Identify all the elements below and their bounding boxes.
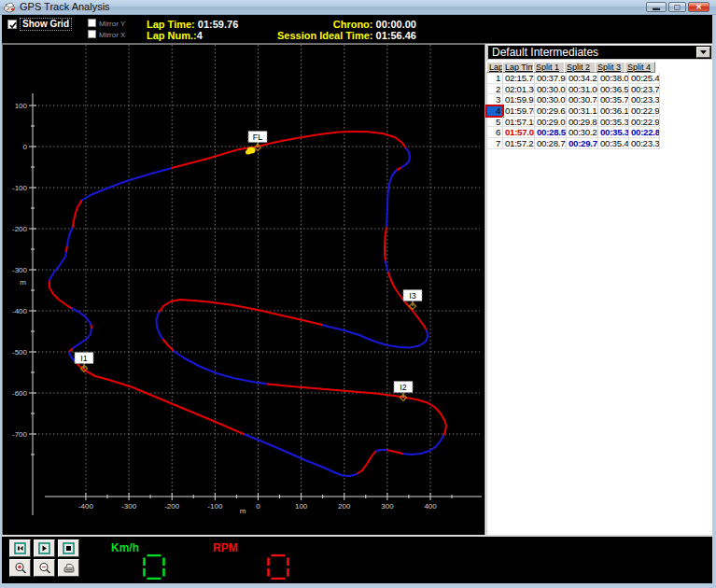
lap-3-split-3-cell[interactable]: 00:35.77 — [598, 94, 629, 105]
lap-5-split-1-cell[interactable]: 00:29.01 — [535, 117, 567, 128]
lap-number-cell[interactable]: 2 — [486, 84, 503, 95]
lap-number-cell[interactable]: 3 — [486, 94, 503, 105]
lap-6-split-4-cell[interactable]: 00:22.88 — [629, 127, 660, 138]
table-row[interactable]: 102:15.7300:37.9800:34.2200:38.0700:25.4… — [486, 73, 660, 84]
stop-button[interactable] — [58, 539, 79, 557]
column-header-lap[interactable]: Lap — [486, 62, 503, 73]
lap-4-split-2-cell[interactable]: 00:31.13 — [567, 105, 598, 117]
zoom-in-button[interactable] — [9, 559, 31, 577]
intermediates-dropdown-value: Default Intermediates — [492, 46, 598, 59]
mirror-x-label[interactable]: Mirror X — [99, 31, 125, 39]
svg-text:-300: -300 — [12, 266, 28, 274]
zoom-out-button[interactable] — [34, 559, 55, 577]
step-back-icon — [14, 542, 26, 554]
lap-number-cell[interactable]: 4 — [486, 105, 503, 117]
zoom-out-icon — [38, 562, 51, 575]
lap-number-cell[interactable]: 5 — [486, 117, 503, 128]
lap-5-split-4-cell[interactable]: 00:22.97 — [629, 117, 660, 128]
session-ideal-readout: Session Ideal Time: 01:56.46 — [277, 30, 416, 41]
window-title: GPS Track Analysis — [20, 1, 110, 12]
svg-text:-200: -200 — [164, 502, 180, 511]
lap-1-split-3-cell[interactable]: 00:38.07 — [598, 73, 629, 84]
lap-2-split-1-cell[interactable]: 00:30.02 — [535, 84, 567, 95]
lap-2-split-3-cell[interactable]: 00:36.55 — [598, 84, 629, 95]
dropdown-arrow-button[interactable] — [696, 47, 710, 58]
speed-unit-label: Km/h — [111, 541, 139, 554]
lap-2-split-2-cell[interactable]: 00:31.00 — [567, 84, 598, 95]
lap-5-split-3-cell[interactable]: 00:35.36 — [598, 117, 629, 128]
lap-5-split-2-cell[interactable]: 00:29.81 — [567, 117, 598, 128]
lap-6-split-1-cell[interactable]: 00:28.55 — [535, 127, 567, 138]
mirror-y-label[interactable]: Mirror Y — [99, 20, 125, 28]
svg-text:-300: -300 — [121, 502, 137, 511]
table-row[interactable]: 202:01.3000:30.0200:31.0000:36.5500:23.7… — [486, 84, 660, 95]
session-ideal-value: 01:56.46 — [376, 30, 416, 41]
chrono-readout: Chrono: 00:00.00 — [333, 19, 416, 30]
table-row[interactable]: 301:59.9300:30.0700:30.7400:35.7700:23.3… — [486, 94, 660, 105]
table-row[interactable]: 401:59.7600:29.6200:31.1300:36.1000:22.9… — [486, 105, 660, 117]
lap-1-split-2-cell[interactable]: 00:34.22 — [567, 73, 598, 84]
close-button[interactable]: ✕ — [688, 2, 709, 12]
lap-7-split-3-cell[interactable]: 00:35.44 — [598, 138, 629, 149]
lap-1-split-4-cell[interactable]: 00:25.46 — [629, 73, 660, 84]
lap-num-value: 4 — [197, 30, 203, 41]
svg-text:I1: I1 — [80, 354, 88, 363]
lap-3-split-2-cell[interactable]: 00:30.74 — [567, 94, 598, 105]
lap-4-split-4-cell[interactable]: 00:22.91 — [629, 105, 660, 117]
lap-3-lap-time-cell[interactable]: 01:59.93 — [503, 94, 535, 105]
show-grid-checkbox[interactable] — [7, 20, 17, 29]
lap-1-lap-time-cell[interactable]: 02:15.73 — [503, 73, 535, 84]
lap-3-split-1-cell[interactable]: 00:30.07 — [535, 94, 567, 105]
lap-number-cell[interactable]: 6 — [486, 127, 503, 138]
title-bar: GPS Track Analysis ▬ ▢ ✕ — [0, 0, 716, 15]
lap-7-lap-time-cell[interactable]: 01:57.21 — [503, 138, 535, 149]
column-header-split-2[interactable]: Split 2 — [564, 62, 596, 73]
lap-number-cell[interactable]: 1 — [486, 73, 503, 84]
mirror-y-checkbox[interactable] — [88, 19, 96, 27]
lap-time-label: Lap Time: — [147, 19, 195, 30]
play-button[interactable] — [34, 539, 55, 557]
lap-6-lap-time-cell[interactable]: 01:57.04 — [503, 127, 535, 138]
minimize-button[interactable]: ▬ — [646, 2, 667, 12]
toolbar: Show Grid Mirror Y Mirror X Lap Time: 01… — [2, 15, 714, 43]
play-icon — [38, 542, 50, 554]
lap-7-split-2-cell[interactable]: 00:29.70 — [567, 138, 598, 149]
session-ideal-label: Session Ideal Time: — [277, 30, 373, 41]
svg-text:m: m — [240, 507, 246, 515]
step-back-button[interactable] — [9, 539, 31, 557]
print-button[interactable] — [58, 559, 79, 577]
lap-2-lap-time-cell[interactable]: 02:01.30 — [503, 84, 535, 95]
app-icon — [4, 2, 16, 13]
lap-3-split-4-cell[interactable]: 00:23.35 — [629, 94, 660, 105]
lap-6-split-3-cell[interactable]: 00:35.33 — [598, 127, 629, 138]
svg-text:300: 300 — [381, 502, 394, 511]
track-plot-svg: 1000-100-200-300-400-500-600-700m-400-30… — [2, 44, 484, 535]
column-header-split-1[interactable]: Split 1 — [533, 62, 565, 73]
lap-1-split-1-cell[interactable]: 00:37.98 — [535, 73, 567, 84]
window-frame-left — [0, 15, 2, 588]
table-row[interactable]: 701:57.2100:28.7200:29.7000:35.4400:23.3… — [486, 138, 660, 149]
lap-7-split-1-cell[interactable]: 00:28.72 — [535, 138, 567, 149]
lap-5-lap-time-cell[interactable]: 01:57.15 — [503, 117, 535, 128]
intermediates-dropdown[interactable]: Default Intermediates — [487, 45, 712, 60]
lap-6-split-2-cell[interactable]: 00:30.28 — [567, 127, 598, 138]
table-row[interactable]: 501:57.1500:29.0100:29.8100:35.3600:22.9… — [486, 117, 660, 128]
speed-seven-segment-display — [143, 554, 165, 580]
mirror-x-checkbox[interactable] — [88, 30, 96, 38]
lap-4-split-1-cell[interactable]: 00:29.62 — [535, 105, 567, 117]
lap-4-split-3-cell[interactable]: 00:36.10 — [598, 105, 629, 117]
lap-7-split-4-cell[interactable]: 00:23.35 — [629, 138, 660, 149]
column-header-split-3[interactable]: Split 3 — [595, 62, 625, 73]
maximize-button[interactable]: ▢ — [668, 2, 686, 12]
column-header-split-4[interactable]: Split 4 — [625, 62, 655, 73]
lap-4-lap-time-cell[interactable]: 01:59.76 — [503, 105, 535, 117]
minimize-icon: ▬ — [653, 5, 660, 12]
lap-number-cell[interactable]: 7 — [486, 138, 503, 149]
column-header-lap-time[interactable]: Lap Time — [502, 62, 534, 73]
table-row[interactable]: 601:57.0400:28.5500:30.2800:35.3300:22.8… — [486, 127, 660, 138]
track-plot[interactable]: 1000-100-200-300-400-500-600-700m-400-30… — [2, 44, 484, 535]
checkmark-icon — [8, 21, 18, 30]
svg-text:100: 100 — [15, 102, 28, 110]
lap-2-split-4-cell[interactable]: 00:23.73 — [629, 84, 660, 95]
show-grid-label[interactable]: Show Grid — [20, 18, 72, 31]
